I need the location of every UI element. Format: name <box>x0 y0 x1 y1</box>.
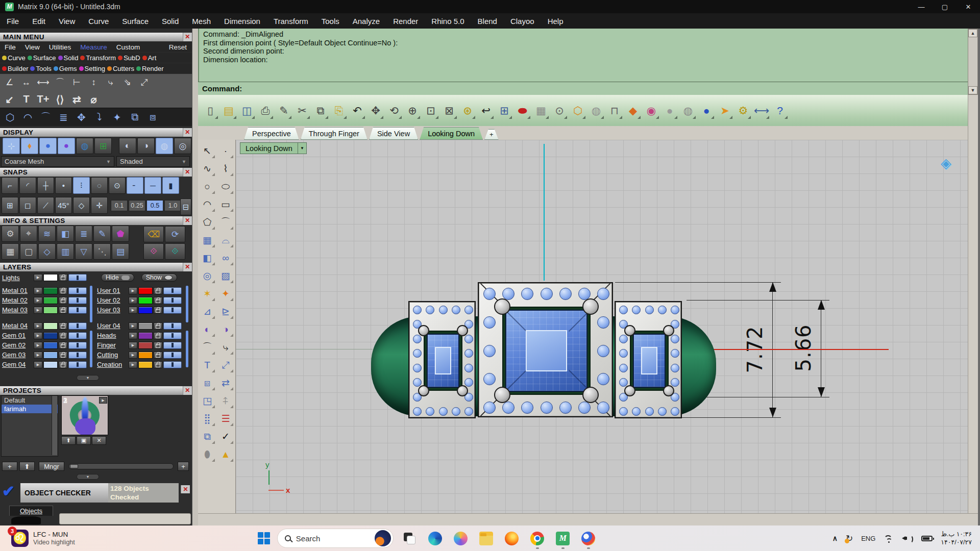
burst-icon[interactable]: ✦ <box>108 109 126 126</box>
main-menu-tab[interactable]: Custom <box>112 43 145 51</box>
load-button[interactable]: ⬆ <box>61 436 76 445</box>
open-folder-icon[interactable]: ▤ <box>219 101 238 121</box>
layer-expand-button[interactable]: ▶ <box>34 342 42 349</box>
dim-stretch-icon[interactable]: ⤢ <box>136 75 153 90</box>
layer-color-swatch[interactable] <box>138 342 153 349</box>
thumbnail-slider[interactable] <box>68 463 174 469</box>
spheres-icon[interactable]: ∞ <box>216 249 235 267</box>
language-indicator[interactable]: ENG <box>861 535 875 542</box>
offset-icon[interactable]: ⧉ <box>198 428 216 445</box>
manager-button[interactable]: Mngr <box>39 462 64 471</box>
mirror-icon[interactable]: ⇄ <box>216 374 235 392</box>
cut-icon[interactable]: ✂ <box>293 101 311 121</box>
dim-radius-icon[interactable]: ⌒ <box>52 75 68 90</box>
category-link[interactable]: Cutters <box>107 65 134 72</box>
layer-row[interactable]: Heads ▶ <box>97 331 188 340</box>
viewport-tab[interactable]: + <box>484 129 499 140</box>
dim-vertical-icon[interactable]: ↕ <box>85 75 102 90</box>
snap-planar-icon[interactable]: ◇ <box>73 197 90 214</box>
render-car-icon[interactable]: ⬬ <box>513 101 532 121</box>
layer-expand-button[interactable]: ▶ <box>129 361 137 368</box>
ellipse-icon[interactable]: ⬭ <box>216 178 235 195</box>
lock-icon[interactable] <box>154 342 162 349</box>
sync-icon[interactable]: ↻ <box>846 533 853 544</box>
collapse-handle[interactable]: ▼ <box>77 474 99 480</box>
wrench-icon[interactable]: ⌖ <box>20 226 37 242</box>
layer-expand-button[interactable]: ▶ <box>129 352 137 359</box>
unlink-icon[interactable]: ⧈ <box>144 109 162 126</box>
project-list-item[interactable]: farimah <box>2 405 58 413</box>
options-gear-icon[interactable]: ⚙ <box>734 101 752 121</box>
close-panel-icon[interactable]: ✕ <box>183 263 192 271</box>
search-input[interactable]: Search <box>277 529 394 548</box>
blend-icon[interactable]: ⌒ <box>216 213 235 231</box>
layer-visibility-toggle[interactable] <box>163 322 182 330</box>
start-button[interactable] <box>258 532 270 544</box>
lock-icon[interactable] <box>154 297 162 304</box>
quad-view-icon[interactable]: ⊞ <box>94 138 112 154</box>
lock-icon[interactable] <box>59 307 67 314</box>
panels-icon[interactable]: ▦ <box>2 243 19 260</box>
project-list-scrollbar[interactable] <box>52 396 57 455</box>
layer-color-swatch[interactable] <box>43 297 58 304</box>
dim-arc-icon[interactable]: ⤷ <box>102 75 119 90</box>
dim-diagonal-icon[interactable]: ⇘ <box>119 75 136 90</box>
layer-visibility-toggle[interactable] <box>68 352 87 359</box>
explorer[interactable] <box>476 527 497 549</box>
mesh-tools-icon[interactable]: ≋ <box>38 226 56 242</box>
undo-icon[interactable]: ↶ <box>348 101 366 121</box>
export-icon[interactable]: ✎ <box>275 101 293 121</box>
snap-knot-icon[interactable]: ▮ <box>162 177 179 194</box>
zoom-selected-icon[interactable]: ⊛ <box>458 101 477 121</box>
sphere-wire-icon[interactable]: ◎ <box>174 138 191 154</box>
command-prompt[interactable]: Command: <box>198 82 968 95</box>
layer-expand-button[interactable]: ▶ <box>34 352 42 359</box>
circle-axis-icon[interactable]: ⊙ <box>550 101 569 121</box>
increment-button[interactable]: 1.0 <box>164 200 181 211</box>
add-project-button[interactable]: + <box>2 462 17 471</box>
layer-expand-button[interactable]: ▶ <box>34 297 42 304</box>
layer-color-swatch[interactable] <box>43 342 58 349</box>
maximize-button[interactable]: ▢ <box>933 0 957 13</box>
shell-icon[interactable]: ◳ <box>198 392 216 410</box>
clock[interactable]: ۱۰:۳۶ ب.ظ ۱۴۰۴/۰۷/۲۷ <box>941 530 972 546</box>
gem-display-icon[interactable]: ⬧ <box>21 138 38 154</box>
zoom-window-icon[interactable]: ⊡ <box>422 101 440 121</box>
cube-props-icon[interactable]: ◧ <box>57 226 74 242</box>
sweep-icon[interactable]: ⌫ <box>143 226 164 242</box>
category-link[interactable]: Render <box>136 65 164 72</box>
thumbnail-menu-icon[interactable]: ▶ <box>99 397 107 404</box>
primitives-icon[interactable]: ⬮ <box>198 445 216 463</box>
layer-row[interactable]: Metal 02 ▶ <box>2 295 93 305</box>
lock-icon[interactable] <box>59 342 67 349</box>
layer-visibility-toggle[interactable] <box>68 297 87 304</box>
lock-icon[interactable] <box>59 297 67 304</box>
lock-icon[interactable] <box>59 274 67 281</box>
arc-continue-icon[interactable]: ⤷ <box>216 338 235 356</box>
link-icon[interactable]: ⧉ <box>126 109 144 126</box>
menu-item[interactable]: File <box>0 17 26 26</box>
layer-visibility-toggle[interactable] <box>163 342 182 349</box>
layer-expand-button[interactable]: ▶ <box>34 307 42 314</box>
tray-expand-icon[interactable]: ∧ <box>832 534 838 542</box>
layer-row[interactable]: User 02 ▶ <box>97 295 188 305</box>
layer-expand-button[interactable]: ▶ <box>129 297 137 304</box>
viewport-tab[interactable]: Looking Down <box>420 127 483 140</box>
lock-icon[interactable] <box>59 287 67 294</box>
layer-visibility-toggle[interactable] <box>68 274 87 281</box>
arc-icon[interactable]: ◠ <box>198 195 216 213</box>
layer-row[interactable]: Metal 03 ▶ <box>2 305 93 315</box>
lock-icon[interactable] <box>59 322 67 330</box>
layer-row[interactable]: Gem 04 ▶ <box>2 360 93 369</box>
dim-angle-icon[interactable]: ∠ <box>1 75 18 90</box>
layer-row[interactable]: Creation ▶ <box>97 360 188 369</box>
menu-item[interactable]: Solid <box>155 17 185 26</box>
close-button[interactable]: ✕ <box>957 0 980 13</box>
gem-indicator-icon[interactable]: ◈ <box>941 155 951 171</box>
zoom-dynamic-icon[interactable]: ⊕ <box>403 101 422 121</box>
torus-icon[interactable]: ◎ <box>198 267 216 285</box>
globe-icon[interactable]: ◍ <box>76 138 93 154</box>
profiles-icon[interactable]: ≣ <box>55 109 72 126</box>
select-points-icon[interactable]: ⋱ <box>93 243 111 260</box>
reset-button[interactable]: Reset <box>169 43 192 51</box>
